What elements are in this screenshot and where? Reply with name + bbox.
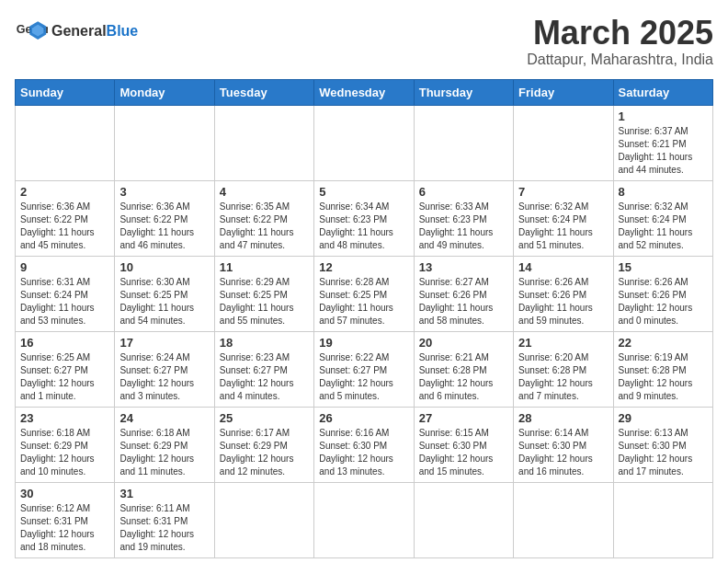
calendar-title-area: March 2025 Dattapur, Maharashtra, India bbox=[527, 15, 713, 68]
day-info: Sunrise: 6:23 AM Sunset: 6:27 PM Dayligh… bbox=[220, 351, 309, 403]
day-info: Sunrise: 6:22 AM Sunset: 6:27 PM Dayligh… bbox=[319, 351, 408, 403]
day-number: 12 bbox=[319, 260, 408, 274]
day-info: Sunrise: 6:16 AM Sunset: 6:30 PM Dayligh… bbox=[319, 427, 408, 478]
calendar-cell: 15Sunrise: 6:26 AM Sunset: 6:26 PM Dayli… bbox=[613, 256, 712, 331]
day-info: Sunrise: 6:29 AM Sunset: 6:25 PM Dayligh… bbox=[220, 276, 309, 327]
day-number: 17 bbox=[119, 336, 209, 350]
calendar-cell bbox=[514, 105, 613, 180]
day-info: Sunrise: 6:28 AM Sunset: 6:25 PM Dayligh… bbox=[319, 276, 408, 327]
calendar-cell: 10Sunrise: 6:30 AM Sunset: 6:25 PM Dayli… bbox=[115, 256, 214, 331]
day-number: 10 bbox=[119, 260, 209, 274]
day-number: 11 bbox=[220, 260, 309, 274]
page-header: General GeneralBlue March 2025 Dattapur,… bbox=[15, 15, 713, 68]
logo-general: General bbox=[51, 23, 107, 39]
day-number: 26 bbox=[319, 411, 408, 425]
day-info: Sunrise: 6:12 AM Sunset: 6:31 PM Dayligh… bbox=[20, 502, 109, 554]
day-info: Sunrise: 6:27 AM Sunset: 6:26 PM Dayligh… bbox=[419, 276, 508, 327]
month-year-title: March 2025 bbox=[527, 15, 713, 52]
day-header-thursday: Thursday bbox=[414, 79, 513, 105]
calendar-cell bbox=[514, 482, 613, 557]
day-info: Sunrise: 6:19 AM Sunset: 6:28 PM Dayligh… bbox=[619, 351, 708, 403]
calendar-cell: 16Sunrise: 6:25 AM Sunset: 6:27 PM Dayli… bbox=[16, 331, 115, 407]
calendar-cell: 31Sunrise: 6:11 AM Sunset: 6:31 PM Dayli… bbox=[115, 482, 214, 557]
day-info: Sunrise: 6:35 AM Sunset: 6:22 PM Dayligh… bbox=[220, 201, 309, 252]
calendar-week-row: 1Sunrise: 6:37 AM Sunset: 6:21 PM Daylig… bbox=[16, 105, 713, 180]
calendar-cell: 25Sunrise: 6:17 AM Sunset: 6:29 PM Dayli… bbox=[214, 407, 313, 482]
day-info: Sunrise: 6:24 AM Sunset: 6:27 PM Dayligh… bbox=[119, 351, 209, 403]
calendar-cell: 2Sunrise: 6:36 AM Sunset: 6:22 PM Daylig… bbox=[16, 180, 115, 256]
day-info: Sunrise: 6:18 AM Sunset: 6:29 PM Dayligh… bbox=[119, 427, 209, 478]
day-info: Sunrise: 6:37 AM Sunset: 6:21 PM Dayligh… bbox=[619, 125, 708, 177]
day-info: Sunrise: 6:33 AM Sunset: 6:23 PM Dayligh… bbox=[419, 201, 508, 252]
calendar-cell: 20Sunrise: 6:21 AM Sunset: 6:28 PM Dayli… bbox=[414, 331, 513, 407]
calendar-cell bbox=[613, 482, 712, 557]
day-number: 16 bbox=[20, 336, 109, 350]
calendar-cell: 29Sunrise: 6:13 AM Sunset: 6:30 PM Dayli… bbox=[613, 407, 712, 482]
day-number: 2 bbox=[20, 185, 109, 199]
day-info: Sunrise: 6:34 AM Sunset: 6:23 PM Dayligh… bbox=[319, 201, 408, 252]
day-number: 29 bbox=[619, 411, 708, 425]
day-info: Sunrise: 6:18 AM Sunset: 6:29 PM Dayligh… bbox=[20, 427, 109, 478]
day-info: Sunrise: 6:17 AM Sunset: 6:29 PM Dayligh… bbox=[220, 427, 309, 478]
calendar-cell bbox=[214, 105, 313, 180]
day-number: 19 bbox=[319, 336, 408, 350]
calendar-week-row: 16Sunrise: 6:25 AM Sunset: 6:27 PM Dayli… bbox=[16, 331, 713, 407]
calendar-week-row: 2Sunrise: 6:36 AM Sunset: 6:22 PM Daylig… bbox=[16, 180, 713, 256]
day-header-sunday: Sunday bbox=[16, 79, 115, 105]
day-number: 28 bbox=[518, 411, 608, 425]
calendar-cell: 19Sunrise: 6:22 AM Sunset: 6:27 PM Dayli… bbox=[314, 331, 414, 407]
day-number: 14 bbox=[518, 260, 608, 274]
calendar-cell: 22Sunrise: 6:19 AM Sunset: 6:28 PM Dayli… bbox=[613, 331, 712, 407]
day-number: 21 bbox=[518, 336, 608, 350]
calendar-week-row: 23Sunrise: 6:18 AM Sunset: 6:29 PM Dayli… bbox=[16, 407, 713, 482]
day-info: Sunrise: 6:32 AM Sunset: 6:24 PM Dayligh… bbox=[518, 201, 608, 252]
calendar-cell: 28Sunrise: 6:14 AM Sunset: 6:30 PM Dayli… bbox=[514, 407, 613, 482]
day-info: Sunrise: 6:11 AM Sunset: 6:31 PM Dayligh… bbox=[119, 502, 209, 554]
day-number: 30 bbox=[20, 487, 109, 500]
calendar-cell bbox=[314, 105, 414, 180]
day-number: 20 bbox=[419, 336, 508, 350]
calendar-cell bbox=[214, 482, 313, 557]
calendar-cell: 14Sunrise: 6:26 AM Sunset: 6:26 PM Dayli… bbox=[514, 256, 613, 331]
day-header-tuesday: Tuesday bbox=[214, 79, 313, 105]
calendar-cell: 1Sunrise: 6:37 AM Sunset: 6:21 PM Daylig… bbox=[613, 105, 712, 180]
day-info: Sunrise: 6:25 AM Sunset: 6:27 PM Dayligh… bbox=[20, 351, 109, 403]
day-number: 1 bbox=[619, 109, 708, 123]
calendar-cell: 6Sunrise: 6:33 AM Sunset: 6:23 PM Daylig… bbox=[414, 180, 513, 256]
calendar-cell: 3Sunrise: 6:36 AM Sunset: 6:22 PM Daylig… bbox=[115, 180, 214, 256]
day-info: Sunrise: 6:15 AM Sunset: 6:30 PM Dayligh… bbox=[419, 427, 508, 478]
day-number: 4 bbox=[220, 185, 309, 199]
day-number: 27 bbox=[419, 411, 508, 425]
calendar-cell bbox=[414, 105, 513, 180]
calendar-cell: 5Sunrise: 6:34 AM Sunset: 6:23 PM Daylig… bbox=[314, 180, 414, 256]
calendar-cell: 18Sunrise: 6:23 AM Sunset: 6:27 PM Dayli… bbox=[214, 331, 313, 407]
calendar-cell: 30Sunrise: 6:12 AM Sunset: 6:31 PM Dayli… bbox=[16, 482, 115, 557]
day-number: 24 bbox=[119, 411, 209, 425]
logo: General GeneralBlue bbox=[15, 15, 138, 48]
day-header-saturday: Saturday bbox=[613, 79, 712, 105]
calendar-cell: 4Sunrise: 6:35 AM Sunset: 6:22 PM Daylig… bbox=[214, 180, 313, 256]
calendar-table: SundayMondayTuesdayWednesdayThursdayFrid… bbox=[15, 79, 713, 558]
day-number: 15 bbox=[619, 260, 708, 274]
day-header-wednesday: Wednesday bbox=[314, 79, 414, 105]
day-info: Sunrise: 6:32 AM Sunset: 6:24 PM Dayligh… bbox=[619, 201, 708, 252]
day-number: 6 bbox=[419, 185, 508, 199]
calendar-cell: 27Sunrise: 6:15 AM Sunset: 6:30 PM Dayli… bbox=[414, 407, 513, 482]
day-number: 8 bbox=[619, 185, 708, 199]
calendar-cell: 7Sunrise: 6:32 AM Sunset: 6:24 PM Daylig… bbox=[514, 180, 613, 256]
day-info: Sunrise: 6:20 AM Sunset: 6:28 PM Dayligh… bbox=[518, 351, 608, 403]
calendar-cell: 9Sunrise: 6:31 AM Sunset: 6:24 PM Daylig… bbox=[16, 256, 115, 331]
day-number: 7 bbox=[518, 185, 608, 199]
calendar-cell: 24Sunrise: 6:18 AM Sunset: 6:29 PM Dayli… bbox=[115, 407, 214, 482]
calendar-cell bbox=[115, 105, 214, 180]
day-number: 18 bbox=[220, 336, 309, 350]
logo-icon: General bbox=[15, 15, 48, 48]
calendar-cell: 17Sunrise: 6:24 AM Sunset: 6:27 PM Dayli… bbox=[115, 331, 214, 407]
calendar-cell bbox=[414, 482, 513, 557]
calendar-week-row: 9Sunrise: 6:31 AM Sunset: 6:24 PM Daylig… bbox=[16, 256, 713, 331]
calendar-cell bbox=[16, 105, 115, 180]
day-info: Sunrise: 6:21 AM Sunset: 6:28 PM Dayligh… bbox=[419, 351, 508, 403]
day-info: Sunrise: 6:30 AM Sunset: 6:25 PM Dayligh… bbox=[119, 276, 209, 327]
day-info: Sunrise: 6:14 AM Sunset: 6:30 PM Dayligh… bbox=[518, 427, 608, 478]
day-info: Sunrise: 6:26 AM Sunset: 6:26 PM Dayligh… bbox=[518, 276, 608, 327]
